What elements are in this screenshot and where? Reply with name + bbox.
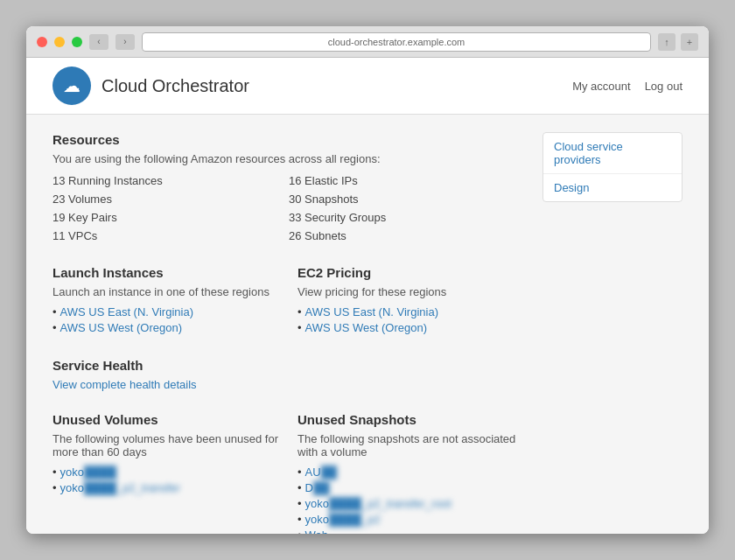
unused-volumes-list: yoko████ yoko████_p2_transfer xyxy=(52,466,280,494)
sidebar-item-cloud-service-providers[interactable]: Cloud service providers xyxy=(543,133,682,174)
launch-subtitle: Launch an instance in one of these regio… xyxy=(52,285,280,298)
app-title: Cloud Orchestrator xyxy=(102,76,249,96)
toolbar-icons: ↑ + xyxy=(658,33,698,51)
resource-elastic-ips: 16 Elastic IPs xyxy=(289,172,525,189)
unused-snapshots-subtitle: The following snapshots are not associat… xyxy=(298,432,525,458)
ec2-title: EC2 Pricing xyxy=(298,265,525,280)
launch-links: AWS US East (N. Virginia) AWS US West (O… xyxy=(52,305,280,334)
unused-snapshots-list: AU██ D██ yoko████_p2_transfer_root yoko█… xyxy=(298,466,525,534)
snapshot-item-0[interactable]: AU██ xyxy=(305,466,337,479)
resource-key-pairs: 19 Key Pairs xyxy=(52,209,289,226)
snapshot-item-2[interactable]: yoko████_p2_transfer_root xyxy=(305,497,452,510)
list-item: yoko████_p2_transfer xyxy=(52,481,280,494)
volume-item-0[interactable]: yoko████ xyxy=(60,466,116,479)
resource-security-groups: 33 Security Groups xyxy=(289,209,525,226)
browser-window: ‹ › cloud-orchestrator.example.com ↑ + ☁… xyxy=(26,26,709,534)
app-header: ☁ Cloud Orchestrator My account Log out xyxy=(26,58,709,115)
maximize-button[interactable] xyxy=(72,37,82,47)
resource-volumes: 23 Volumes xyxy=(52,191,289,207)
browser-titlebar: ‹ › cloud-orchestrator.example.com ↑ + xyxy=(26,26,709,58)
snapshot-item-3[interactable]: yoko████_p2 xyxy=(305,513,381,526)
list-item: AWS US East (N. Virginia) xyxy=(298,305,525,318)
logo-icon: ☁ xyxy=(52,66,91,105)
browser-content: ☁ Cloud Orchestrator My account Log out … xyxy=(26,58,709,534)
service-health-section: Service Health View complete health deta… xyxy=(52,358,525,391)
list-item: yoko████_p2_transfer_root xyxy=(298,497,525,510)
volume-item-1[interactable]: yoko████_p2_transfer xyxy=(60,481,180,494)
launch-instances-section: Launch Instances Launch an instance in o… xyxy=(52,265,280,337)
new-tab-icon[interactable]: + xyxy=(681,33,698,51)
list-item: Web xyxy=(298,528,525,534)
resource-vpcs: 11 VPCs xyxy=(52,228,289,244)
close-button[interactable] xyxy=(37,37,47,47)
list-item: AU██ xyxy=(298,466,525,479)
minimize-button[interactable] xyxy=(54,37,65,47)
sidebar: Cloud service providers Design xyxy=(542,132,682,534)
my-account-link[interactable]: My account xyxy=(572,80,630,93)
resource-snapshots: 30 Snapshots xyxy=(289,191,525,207)
unused-volumes-title: Unused Volumes xyxy=(52,412,280,427)
sidebar-item-design[interactable]: Design xyxy=(543,174,682,201)
snapshot-item-1[interactable]: D██ xyxy=(305,481,330,494)
resources-section: Resources You are using the following Am… xyxy=(52,132,525,244)
ec2-east-link[interactable]: AWS US East (N. Virginia) xyxy=(305,305,438,318)
resource-running-instances: 13 Running Instances xyxy=(52,172,289,189)
ec2-links: AWS US East (N. Virginia) AWS US West (O… xyxy=(298,305,525,334)
sidebar-panel: Cloud service providers Design xyxy=(542,132,682,202)
header-nav: My account Log out xyxy=(572,80,682,93)
launch-east-link[interactable]: AWS US East (N. Virginia) xyxy=(60,305,193,318)
main-content: Resources You are using the following Am… xyxy=(52,132,525,534)
cloud-service-providers-link[interactable]: Cloud service providers xyxy=(554,140,623,166)
service-health-title: Service Health xyxy=(52,358,525,373)
ec2-subtitle: View pricing for these regions xyxy=(298,285,525,298)
design-link[interactable]: Design xyxy=(554,181,589,194)
ec2-west-link[interactable]: AWS US West (Oregon) xyxy=(305,321,427,334)
app-logo: ☁ Cloud Orchestrator xyxy=(52,66,249,105)
resources-grid: 13 Running Instances 16 Elastic IPs 23 V… xyxy=(52,172,525,244)
address-bar[interactable]: cloud-orchestrator.example.com xyxy=(142,32,651,52)
address-text: cloud-orchestrator.example.com xyxy=(328,37,466,47)
launch-west-link[interactable]: AWS US West (Oregon) xyxy=(60,321,182,334)
unused-volumes-section: Unused Volumes The following volumes hav… xyxy=(52,412,280,534)
back-button[interactable]: ‹ xyxy=(89,34,108,50)
health-details-link[interactable]: View complete health details xyxy=(52,378,197,391)
launch-ec2-row: Launch Instances Launch an instance in o… xyxy=(52,265,525,358)
share-icon[interactable]: ↑ xyxy=(658,33,676,51)
resources-title: Resources xyxy=(52,132,525,147)
snapshot-item-4[interactable]: Web xyxy=(305,528,329,534)
unused-snapshots-section: Unused Snapshots The following snapshots… xyxy=(298,412,525,534)
list-item: AWS US West (Oregon) xyxy=(298,321,525,334)
cloud-icon: ☁ xyxy=(63,75,80,96)
list-item: D██ xyxy=(298,481,525,494)
main-layout: Resources You are using the following Am… xyxy=(26,115,709,534)
unused-row: Unused Volumes The following volumes hav… xyxy=(52,412,525,534)
unused-volumes-subtitle: The following volumes have been unused f… xyxy=(52,432,280,458)
unused-snapshots-title: Unused Snapshots xyxy=(298,412,525,427)
list-item: yoko████ xyxy=(52,466,280,479)
forward-button[interactable]: › xyxy=(116,34,135,50)
launch-title: Launch Instances xyxy=(52,265,280,280)
resource-subnets: 26 Subnets xyxy=(289,228,525,244)
ec2-pricing-section: EC2 Pricing View pricing for these regio… xyxy=(298,265,525,337)
list-item: yoko████_p2 xyxy=(298,513,525,526)
list-item: AWS US East (N. Virginia) xyxy=(52,305,280,318)
log-out-link[interactable]: Log out xyxy=(645,80,682,93)
list-item: AWS US West (Oregon) xyxy=(52,321,280,334)
resources-subtitle: You are using the following Amazon resou… xyxy=(52,152,525,165)
